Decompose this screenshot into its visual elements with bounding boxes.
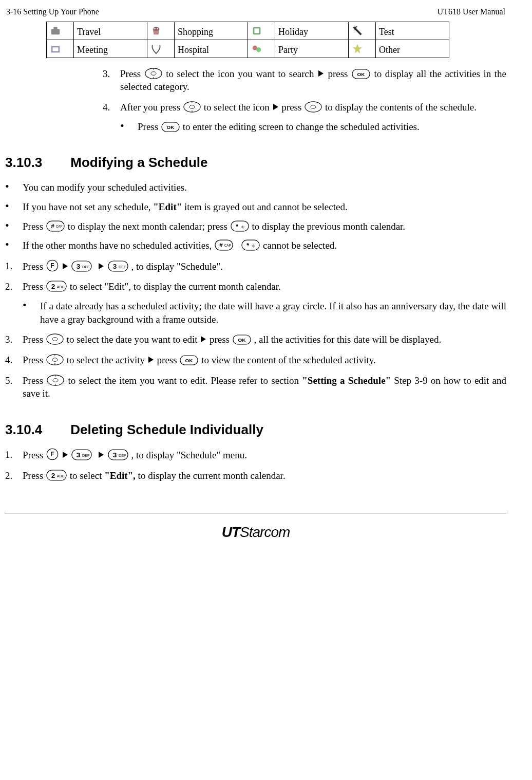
key-2-icon	[46, 470, 67, 481]
bullet-dot: •	[120, 120, 138, 134]
hospital-icon	[147, 40, 175, 58]
step-1: 1. Press , to display "Schedule" menu.	[5, 448, 506, 462]
hash-button-icon	[215, 239, 233, 251]
arrow-icon	[63, 263, 68, 269]
bullet: • You can modify your scheduled activiti…	[5, 181, 506, 194]
dpad-icon	[47, 375, 64, 386]
f-button-icon	[46, 259, 59, 272]
arrow-icon	[273, 104, 278, 110]
ok-button-icon	[233, 335, 251, 345]
ok-button-icon	[352, 69, 370, 79]
category-label: Holiday	[275, 22, 349, 40]
bullet: • If the other months have no scheduled …	[5, 239, 506, 252]
ok-button-icon	[180, 355, 198, 365]
dpad-icon	[305, 101, 322, 113]
arrow-icon	[148, 357, 154, 363]
category-label: Party	[275, 40, 349, 58]
step-body: After you press to select the icon press…	[120, 101, 506, 114]
holiday-icon	[248, 22, 275, 40]
key-3-icon	[71, 261, 92, 272]
travel-icon	[47, 22, 74, 40]
step-2: 2. Press to select "Edit", to display th…	[5, 469, 506, 482]
star-button-icon	[231, 220, 249, 232]
key-3-icon	[108, 261, 128, 272]
footer-logo: UTStarcom	[5, 523, 506, 542]
category-label: Test	[376, 22, 449, 40]
bullet: • Press to display the next month calend…	[5, 220, 506, 233]
bullet: • If you have not set any schedule, "Edi…	[5, 200, 506, 214]
section-number: 3.10.4	[5, 421, 67, 439]
arrow-icon	[63, 452, 68, 458]
page-header: 3-16 Setting Up Your Phone UT618 User Ma…	[5, 6, 506, 20]
dpad-icon	[183, 101, 201, 113]
step-3: 3. Press to select the icon you want to …	[103, 67, 506, 94]
step-4: 4. After you press to select the icon pr…	[103, 101, 506, 114]
step-number: 3.	[103, 67, 120, 94]
step-1: 1. Press , to display "Schedule".	[5, 259, 506, 273]
key-3-icon	[71, 449, 92, 460]
arrow-icon	[99, 263, 104, 269]
sub-bullet: • Press to enter the editing screen to c…	[120, 120, 506, 134]
party-icon	[248, 40, 275, 58]
section-title: Deleting Schedule Individually	[70, 422, 263, 437]
hash-button-icon	[46, 220, 65, 232]
category-label: Shopping	[175, 22, 248, 40]
table-row: Meeting Hospital Party Other	[47, 40, 449, 58]
f-button-icon	[46, 448, 59, 460]
shopping-icon	[147, 22, 175, 40]
step-number: 4.	[103, 101, 120, 114]
category-table: Travel Shopping Holiday Test Meeting Hos…	[46, 22, 449, 58]
star-button-icon	[241, 239, 260, 251]
dpad-icon	[145, 68, 162, 79]
key-3-icon	[108, 449, 128, 460]
dpad-icon	[46, 333, 64, 345]
section-title: Modifying a Schedule	[70, 155, 207, 170]
category-label: Travel	[74, 22, 147, 40]
header-left: 3-16 Setting Up Your Phone	[6, 6, 99, 17]
step-3: 3. Press to select the date you want to …	[5, 333, 506, 346]
meeting-icon	[47, 40, 74, 58]
category-label: Hospital	[175, 40, 248, 58]
section-heading: 3.10.3 Modifying a Schedule	[5, 154, 506, 172]
category-label: Meeting	[74, 40, 147, 58]
sub-bullet: • If a date already has a scheduled acti…	[23, 300, 506, 326]
step-body: Press to select the icon you want to sea…	[120, 67, 506, 94]
section-number: 3.10.3	[5, 154, 67, 172]
arrow-icon	[201, 336, 206, 342]
category-label: Other	[376, 40, 449, 58]
key-2-icon	[46, 281, 67, 292]
section-heading: 3.10.4 Deleting Schedule Individually	[5, 421, 506, 439]
arrow-icon	[99, 452, 104, 458]
step-5: 5. Press to select the item you want to …	[5, 374, 506, 400]
step-4: 4. Press to select the activity press to…	[5, 354, 506, 367]
ok-button-icon	[161, 122, 180, 132]
step-2: 2. Press to select "Edit", to display th…	[5, 280, 506, 293]
footer-rule	[5, 513, 506, 513]
dpad-icon	[46, 354, 64, 365]
table-row: Travel Shopping Holiday Test	[47, 22, 449, 40]
test-icon	[349, 22, 376, 40]
other-icon	[349, 40, 376, 58]
arrow-icon	[318, 70, 324, 77]
header-right: UT618 User Manual	[438, 6, 505, 17]
